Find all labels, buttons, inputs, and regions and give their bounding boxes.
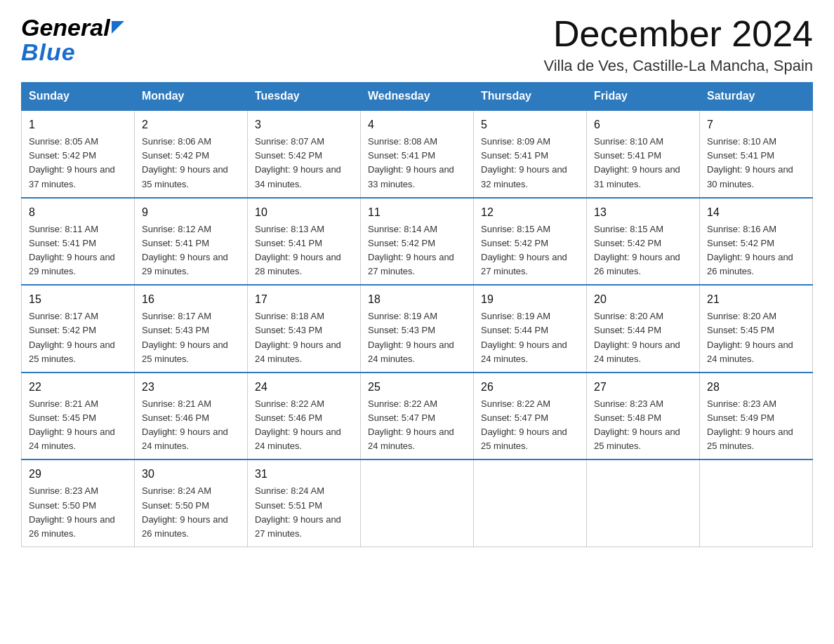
day-info: Sunrise: 8:20 AM Sunset: 5:44 PM Dayligh… xyxy=(594,309,692,366)
calendar-header-row: Sunday Monday Tuesday Wednesday Thursday… xyxy=(22,83,813,111)
day-info: Sunrise: 8:09 AM Sunset: 5:41 PM Dayligh… xyxy=(481,135,579,192)
day-number: 11 xyxy=(368,204,466,221)
day-number: 16 xyxy=(142,291,240,308)
header-monday: Monday xyxy=(135,83,248,111)
calendar-week-row: 1 Sunrise: 8:05 AM Sunset: 5:42 PM Dayli… xyxy=(22,110,813,198)
day-number: 26 xyxy=(481,379,579,396)
day-number: 5 xyxy=(481,116,579,133)
day-number: 7 xyxy=(707,116,805,133)
day-info: Sunrise: 8:23 AM Sunset: 5:49 PM Dayligh… xyxy=(707,397,805,454)
header-sunday: Sunday xyxy=(22,83,135,111)
day-info: Sunrise: 8:23 AM Sunset: 5:48 PM Dayligh… xyxy=(594,397,692,454)
calendar-day-cell: 17 Sunrise: 8:18 AM Sunset: 5:43 PM Dayl… xyxy=(248,285,361,373)
day-number: 17 xyxy=(255,291,353,308)
day-info: Sunrise: 8:21 AM Sunset: 5:45 PM Dayligh… xyxy=(29,397,127,454)
day-number: 9 xyxy=(142,204,240,221)
calendar-week-row: 8 Sunrise: 8:11 AM Sunset: 5:41 PM Dayli… xyxy=(22,198,813,286)
day-info: Sunrise: 8:24 AM Sunset: 5:50 PM Dayligh… xyxy=(142,484,240,541)
calendar-week-row: 29 Sunrise: 8:23 AM Sunset: 5:50 PM Dayl… xyxy=(22,459,813,546)
day-number: 4 xyxy=(368,116,466,133)
day-info: Sunrise: 8:06 AM Sunset: 5:42 PM Dayligh… xyxy=(142,135,240,192)
day-info: Sunrise: 8:19 AM Sunset: 5:44 PM Dayligh… xyxy=(481,309,579,366)
calendar-empty-cell xyxy=(700,459,813,546)
day-number: 31 xyxy=(255,466,353,483)
day-info: Sunrise: 8:10 AM Sunset: 5:41 PM Dayligh… xyxy=(707,135,805,192)
day-info: Sunrise: 8:11 AM Sunset: 5:41 PM Dayligh… xyxy=(29,222,127,279)
day-number: 21 xyxy=(707,291,805,308)
calendar-day-cell: 8 Sunrise: 8:11 AM Sunset: 5:41 PM Dayli… xyxy=(22,198,135,286)
day-number: 20 xyxy=(594,291,692,308)
day-number: 25 xyxy=(368,379,466,396)
logo-arrow-icon xyxy=(112,21,127,36)
day-info: Sunrise: 8:05 AM Sunset: 5:42 PM Dayligh… xyxy=(29,135,127,192)
calendar-day-cell: 2 Sunrise: 8:06 AM Sunset: 5:42 PM Dayli… xyxy=(135,110,248,198)
day-number: 19 xyxy=(481,291,579,308)
calendar-day-cell: 22 Sunrise: 8:21 AM Sunset: 5:45 PM Dayl… xyxy=(22,373,135,460)
day-number: 8 xyxy=(29,204,127,221)
day-number: 29 xyxy=(29,466,127,483)
day-number: 14 xyxy=(707,204,805,221)
day-info: Sunrise: 8:22 AM Sunset: 5:46 PM Dayligh… xyxy=(255,397,353,454)
day-info: Sunrise: 8:16 AM Sunset: 5:42 PM Dayligh… xyxy=(707,222,805,279)
calendar-week-row: 22 Sunrise: 8:21 AM Sunset: 5:45 PM Dayl… xyxy=(22,373,813,460)
calendar-day-cell: 27 Sunrise: 8:23 AM Sunset: 5:48 PM Dayl… xyxy=(587,373,700,460)
calendar-day-cell: 24 Sunrise: 8:22 AM Sunset: 5:46 PM Dayl… xyxy=(248,373,361,460)
day-info: Sunrise: 8:15 AM Sunset: 5:42 PM Dayligh… xyxy=(594,222,692,279)
day-info: Sunrise: 8:12 AM Sunset: 5:41 PM Dayligh… xyxy=(142,222,240,279)
day-number: 13 xyxy=(594,204,692,221)
calendar-day-cell: 15 Sunrise: 8:17 AM Sunset: 5:42 PM Dayl… xyxy=(22,285,135,373)
day-info: Sunrise: 8:14 AM Sunset: 5:42 PM Dayligh… xyxy=(368,222,466,279)
calendar-day-cell: 20 Sunrise: 8:20 AM Sunset: 5:44 PM Dayl… xyxy=(587,285,700,373)
calendar-day-cell: 19 Sunrise: 8:19 AM Sunset: 5:44 PM Dayl… xyxy=(474,285,587,373)
day-info: Sunrise: 8:17 AM Sunset: 5:43 PM Dayligh… xyxy=(142,309,240,366)
header-tuesday: Tuesday xyxy=(248,83,361,111)
header-saturday: Saturday xyxy=(700,83,813,111)
header-thursday: Thursday xyxy=(474,83,587,111)
calendar-day-cell: 13 Sunrise: 8:15 AM Sunset: 5:42 PM Dayl… xyxy=(587,198,700,286)
header-wednesday: Wednesday xyxy=(361,83,474,111)
calendar-empty-cell xyxy=(587,459,700,546)
subtitle: Villa de Ves, Castille-La Mancha, Spain xyxy=(543,57,813,75)
day-number: 27 xyxy=(594,379,692,396)
day-info: Sunrise: 8:21 AM Sunset: 5:46 PM Dayligh… xyxy=(142,397,240,454)
day-number: 18 xyxy=(368,291,466,308)
calendar-day-cell: 3 Sunrise: 8:07 AM Sunset: 5:42 PM Dayli… xyxy=(248,110,361,198)
calendar-week-row: 15 Sunrise: 8:17 AM Sunset: 5:42 PM Dayl… xyxy=(22,285,813,373)
day-number: 24 xyxy=(255,379,353,396)
day-info: Sunrise: 8:17 AM Sunset: 5:42 PM Dayligh… xyxy=(29,309,127,366)
title-section: December 2024 Villa de Ves, Castille-La … xyxy=(543,14,813,75)
day-info: Sunrise: 8:22 AM Sunset: 5:47 PM Dayligh… xyxy=(368,397,466,454)
calendar-day-cell: 18 Sunrise: 8:19 AM Sunset: 5:43 PM Dayl… xyxy=(361,285,474,373)
calendar-day-cell: 21 Sunrise: 8:20 AM Sunset: 5:45 PM Dayl… xyxy=(700,285,813,373)
calendar-day-cell: 30 Sunrise: 8:24 AM Sunset: 5:50 PM Dayl… xyxy=(135,459,248,546)
day-number: 22 xyxy=(29,379,127,396)
day-number: 15 xyxy=(29,291,127,308)
calendar-day-cell: 12 Sunrise: 8:15 AM Sunset: 5:42 PM Dayl… xyxy=(474,198,587,286)
calendar-day-cell: 4 Sunrise: 8:08 AM Sunset: 5:41 PM Dayli… xyxy=(361,110,474,198)
calendar-day-cell: 25 Sunrise: 8:22 AM Sunset: 5:47 PM Dayl… xyxy=(361,373,474,460)
day-info: Sunrise: 8:22 AM Sunset: 5:47 PM Dayligh… xyxy=(481,397,579,454)
day-info: Sunrise: 8:15 AM Sunset: 5:42 PM Dayligh… xyxy=(481,222,579,279)
calendar-day-cell: 9 Sunrise: 8:12 AM Sunset: 5:41 PM Dayli… xyxy=(135,198,248,286)
calendar-day-cell: 11 Sunrise: 8:14 AM Sunset: 5:42 PM Dayl… xyxy=(361,198,474,286)
calendar-day-cell: 29 Sunrise: 8:23 AM Sunset: 5:50 PM Dayl… xyxy=(22,459,135,546)
calendar-table: Sunday Monday Tuesday Wednesday Thursday… xyxy=(21,82,813,547)
calendar-day-cell: 14 Sunrise: 8:16 AM Sunset: 5:42 PM Dayl… xyxy=(700,198,813,286)
page-header: General Blue December 2024 Villa de Ves,… xyxy=(21,14,813,75)
day-info: Sunrise: 8:24 AM Sunset: 5:51 PM Dayligh… xyxy=(255,484,353,541)
day-number: 23 xyxy=(142,379,240,396)
logo-blue: Blue xyxy=(21,39,76,65)
calendar-day-cell: 10 Sunrise: 8:13 AM Sunset: 5:41 PM Dayl… xyxy=(248,198,361,286)
svg-marker-0 xyxy=(112,21,124,34)
day-number: 3 xyxy=(255,116,353,133)
logo-general: General xyxy=(21,14,110,41)
calendar-empty-cell xyxy=(361,459,474,546)
day-info: Sunrise: 8:10 AM Sunset: 5:41 PM Dayligh… xyxy=(594,135,692,192)
day-info: Sunrise: 8:23 AM Sunset: 5:50 PM Dayligh… xyxy=(29,484,127,541)
calendar-day-cell: 23 Sunrise: 8:21 AM Sunset: 5:46 PM Dayl… xyxy=(135,373,248,460)
calendar-day-cell: 31 Sunrise: 8:24 AM Sunset: 5:51 PM Dayl… xyxy=(248,459,361,546)
calendar-day-cell: 26 Sunrise: 8:22 AM Sunset: 5:47 PM Dayl… xyxy=(474,373,587,460)
day-number: 12 xyxy=(481,204,579,221)
calendar-day-cell: 7 Sunrise: 8:10 AM Sunset: 5:41 PM Dayli… xyxy=(700,110,813,198)
calendar-day-cell: 28 Sunrise: 8:23 AM Sunset: 5:49 PM Dayl… xyxy=(700,373,813,460)
